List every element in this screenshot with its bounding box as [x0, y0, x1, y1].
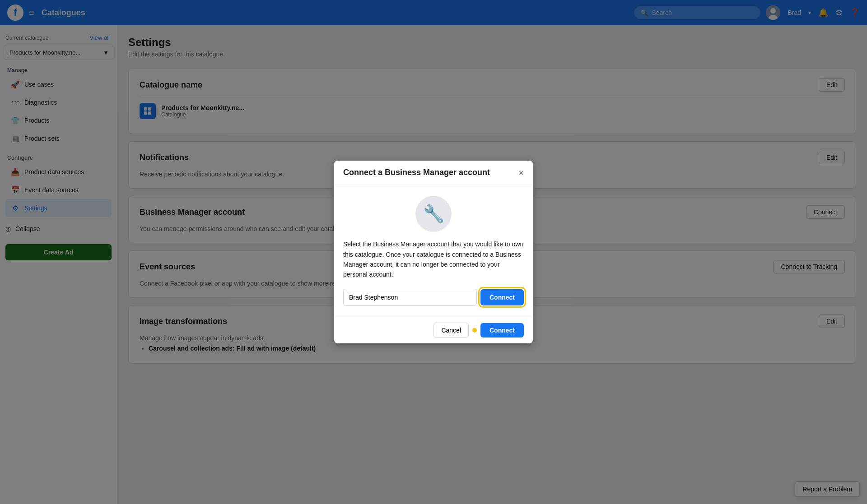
wrench-emoji: 🔧	[423, 204, 444, 224]
modal-select-row: Brad Stephenson Connect	[343, 289, 524, 306]
modal-body: 🔧 Select the Business Manager account th…	[334, 185, 533, 317]
modal-footer-connect-button[interactable]: Connect	[480, 323, 524, 338]
modal-cancel-button[interactable]: Cancel	[434, 323, 469, 338]
modal-title: Connect a Business Manager account	[343, 168, 490, 177]
modal-footer: Cancel Connect	[334, 317, 533, 343]
modal-overlay[interactable]: Connect a Business Manager account × 🔧 S…	[0, 0, 867, 504]
modal-header: Connect a Business Manager account ×	[334, 161, 533, 185]
modal-description: Select the Business Manager account that…	[343, 239, 524, 280]
modal-close-button[interactable]: ×	[518, 168, 524, 177]
modal-wrench-icon: 🔧	[415, 196, 452, 232]
business-manager-select[interactable]: Brad Stephenson	[343, 289, 477, 306]
connect-business-manager-modal: Connect a Business Manager account × 🔧 S…	[334, 161, 533, 343]
yellow-dot-indicator	[472, 328, 477, 333]
modal-inline-connect-button[interactable]: Connect	[480, 289, 524, 305]
